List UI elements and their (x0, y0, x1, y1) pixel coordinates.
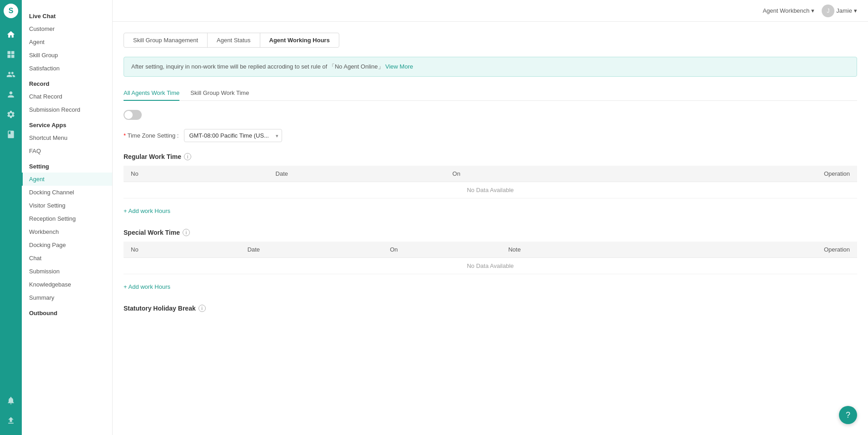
nav-icon-bell[interactable] (2, 391, 20, 410)
regular-work-time-table: No Date On Operation No Data Available (124, 166, 857, 198)
col-date-header: Date (268, 166, 446, 182)
tab-bar: Skill Group Management Agent Status Agen… (124, 33, 857, 48)
tab-agent-status[interactable]: Agent Status (207, 33, 260, 48)
user-name: Jamie (836, 7, 852, 14)
special-col-date-header: Date (240, 242, 383, 258)
nav-item-chat-record[interactable]: Chat Record (22, 90, 112, 103)
nav-icon-book[interactable] (2, 125, 20, 143)
col-no-header: No (124, 166, 268, 182)
nav-icon-upload[interactable] (2, 411, 20, 430)
nav-icon-users[interactable] (2, 65, 20, 84)
nav-icon-settings[interactable] (2, 105, 20, 124)
nav-item-docking-page[interactable]: Docking Page (22, 238, 112, 252)
nav-icon-home[interactable] (2, 25, 20, 44)
workbench-dropdown[interactable]: Agent Workbench ▾ (763, 7, 814, 14)
regular-work-time-info-icon[interactable]: i (184, 153, 191, 160)
nav-item-submission[interactable]: Submission (22, 265, 112, 278)
nav-item-visitor-setting[interactable]: Visitor Setting (22, 199, 112, 212)
nav-section-outbound: Outbound (22, 304, 112, 319)
help-button[interactable]: ? (839, 406, 857, 424)
regular-add-work-hours-btn[interactable]: + Add work Hours (124, 204, 170, 218)
info-banner-link[interactable]: View More (385, 63, 413, 70)
user-dropdown-arrow: ▾ (854, 7, 857, 14)
special-work-time-info-icon[interactable]: i (183, 229, 190, 236)
special-add-work-hours-btn[interactable]: + Add work Hours (124, 280, 170, 294)
nav-item-skill-group[interactable]: Skill Group (22, 49, 112, 62)
special-col-note-header: Note (501, 242, 644, 258)
nav-item-shortcut-menu[interactable]: Shortcut Menu (22, 131, 112, 144)
nav-sidebar: Live Chat Customer Agent Skill Group Sat… (22, 0, 113, 435)
special-no-data: No Data Available (124, 258, 857, 274)
workbench-label: Agent Workbench (763, 7, 809, 14)
toggle-row (124, 110, 857, 120)
nav-item-customer[interactable]: Customer (22, 22, 112, 35)
nav-section-setting: Setting (22, 158, 112, 173)
nav-item-agent-setting[interactable]: Agent (22, 173, 112, 186)
nav-item-faq[interactable]: FAQ (22, 144, 112, 158)
sub-tab-all-agents[interactable]: All Agents Work Time (124, 86, 179, 101)
col-operation-header: Operation (592, 166, 857, 182)
nav-item-workbench[interactable]: Workbench (22, 225, 112, 238)
nav-icon-grid[interactable] (2, 45, 20, 64)
user-dropdown[interactable]: J Jamie ▾ (822, 5, 857, 17)
top-header: Agent Workbench ▾ J Jamie ▾ (113, 0, 868, 22)
timezone-select[interactable]: GMT-08:00 Pacific Time (US... (184, 129, 282, 142)
sub-tabs: All Agents Work Time Skill Group Work Ti… (124, 86, 857, 101)
info-banner-text: After setting, inquiry in non-work time … (131, 63, 384, 70)
work-time-toggle[interactable] (124, 110, 142, 120)
sub-tab-skill-group[interactable]: Skill Group Work Time (190, 86, 249, 101)
special-col-on-header: On (382, 242, 501, 258)
statutory-holiday-title: Statutory Holiday Break i (124, 305, 857, 312)
timezone-row: * Time Zone Setting : GMT-08:00 Pacific … (124, 129, 857, 142)
special-col-no-header: No (124, 242, 240, 258)
icon-sidebar: S (0, 0, 22, 435)
nav-item-satisfaction[interactable]: Satisfaction (22, 62, 112, 75)
nav-section-service-apps: Service Apps (22, 116, 112, 131)
regular-no-data: No Data Available (124, 182, 857, 198)
user-avatar: J (822, 5, 834, 17)
special-work-time-table: No Date On Note Operation No Data Availa… (124, 242, 857, 274)
nav-item-knowledgebase[interactable]: Knowledgebase (22, 278, 112, 291)
regular-work-time-title: Regular Work Time i (124, 153, 857, 160)
special-col-operation-header: Operation (644, 242, 857, 258)
regular-work-time-section: Regular Work Time i No Date On Operation… (124, 153, 857, 218)
timezone-label-text: Time Zone Setting : (127, 132, 179, 139)
nav-item-reception-setting[interactable]: Reception Setting (22, 212, 112, 225)
nav-item-summary[interactable]: Summary (22, 291, 112, 304)
special-work-time-title: Special Work Time i (124, 229, 857, 236)
timezone-required: * (124, 132, 126, 139)
content-area: Skill Group Management Agent Status Agen… (113, 22, 868, 435)
info-banner: After setting, inquiry in non-work time … (124, 57, 857, 77)
workbench-dropdown-arrow: ▾ (811, 7, 814, 14)
nav-section-record: Record (22, 75, 112, 90)
nav-item-agent[interactable]: Agent (22, 35, 112, 49)
header-actions: Agent Workbench ▾ J Jamie ▾ (763, 5, 857, 17)
nav-item-chat[interactable]: Chat (22, 252, 112, 265)
tab-skill-group-management[interactable]: Skill Group Management (124, 33, 208, 48)
main-content: Agent Workbench ▾ J Jamie ▾ Skill Group … (113, 0, 868, 435)
nav-item-docking-channel[interactable]: Docking Channel (22, 186, 112, 199)
timezone-label: * Time Zone Setting : (124, 132, 179, 139)
nav-item-submission-record[interactable]: Submission Record (22, 103, 112, 116)
timezone-select-wrapper[interactable]: GMT-08:00 Pacific Time (US... (184, 129, 282, 142)
special-work-time-section: Special Work Time i No Date On Note Oper… (124, 229, 857, 294)
statutory-holiday-section: Statutory Holiday Break i (124, 305, 857, 312)
nav-icon-person[interactable] (2, 85, 20, 104)
app-logo[interactable]: S (4, 4, 18, 18)
nav-section-live-chat: Live Chat (22, 7, 112, 22)
tab-agent-working-hours[interactable]: Agent Working Hours (260, 33, 339, 48)
statutory-holiday-info-icon[interactable]: i (198, 305, 206, 312)
col-on-header: On (445, 166, 592, 182)
